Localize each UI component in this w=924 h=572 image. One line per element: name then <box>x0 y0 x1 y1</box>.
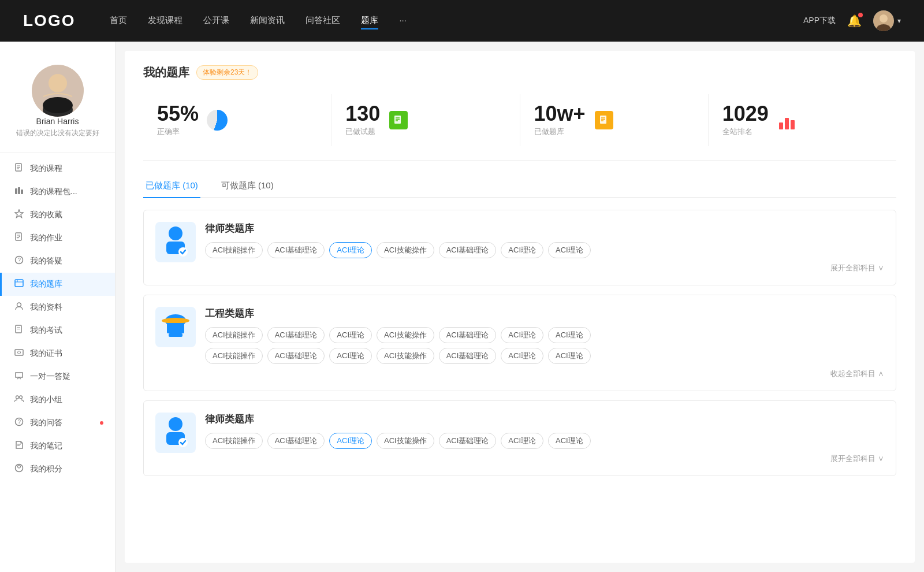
sidebar-item-quiz-bank[interactable]: 我的题库 <box>0 273 115 296</box>
tab-done-banks[interactable]: 已做题库 (10) <box>143 174 200 198</box>
sidebar-label-profile: 我的资料 <box>30 302 62 313</box>
bank-tag-1-3[interactable]: ACI技能操作 <box>377 242 434 258</box>
qa-dot-badge <box>100 421 103 425</box>
main-nav: 首页 发现课程 公开课 新闻资讯 问答社区 题库 ··· <box>110 13 803 29</box>
trial-badge: 体验剩余23天！ <box>196 65 258 80</box>
bank-info-1: 律师类题库 ACI技能操作 ACI基础理论 ACI理论 ACI技能操作 ACI基… <box>205 222 884 273</box>
exam-icon <box>14 325 24 336</box>
sidebar-item-profile[interactable]: 我的资料 <box>0 296 115 319</box>
sidebar-item-certificate[interactable]: 我的证书 <box>0 342 115 365</box>
bank-tag-2-0[interactable]: ACI技能操作 <box>205 327 263 343</box>
main-content: 我的题库 体验剩余23天！ 55% 正确率 130 已做试题 <box>125 51 915 563</box>
bank-tag-2-1[interactable]: ACI基础理论 <box>267 327 325 343</box>
sidebar-label-my-qa: 我的问答 <box>30 418 62 428</box>
bank-tag-1-5[interactable]: ACI理论 <box>501 242 543 258</box>
svg-rect-49 <box>167 323 184 333</box>
nav-discover[interactable]: 发现课程 <box>148 13 182 29</box>
bank-tag-1-6[interactable]: ACI理论 <box>548 242 591 258</box>
bank-tag-2-6[interactable]: ACI理论 <box>548 327 591 343</box>
svg-rect-12 <box>18 187 20 194</box>
bank-tag-2r-6[interactable]: ACI理论 <box>548 348 591 364</box>
bank-tag-3-6[interactable]: ACI理论 <box>548 433 591 449</box>
sidebar-item-my-qa[interactable]: ? 我的问答 <box>0 411 115 434</box>
expand-link-3[interactable]: 展开全部科目 ∨ <box>205 454 884 464</box>
bank-tag-1-4[interactable]: ACI基础理论 <box>439 242 497 258</box>
bank-tags-2-row2: ACI技能操作 ACI基础理论 ACI理论 ACI技能操作 ACI基础理论 AC… <box>205 348 884 364</box>
bank-tag-2r-2[interactable]: ACI理论 <box>329 348 372 364</box>
nav-open-course[interactable]: 公开课 <box>203 13 229 29</box>
bank-name-3: 律师类题库 <box>205 413 884 426</box>
bank-tag-3-5[interactable]: ACI理论 <box>501 433 543 449</box>
engineer-bank-icon <box>155 307 196 347</box>
bank-tag-2-2[interactable]: ACI理论 <box>329 327 372 343</box>
sidebar-item-course-pack[interactable]: 我的课程包... <box>0 180 115 203</box>
collapse-link-2[interactable]: 收起全部科目 ∧ <box>205 369 884 379</box>
sidebar-item-notes[interactable]: 我的笔记 <box>0 434 115 458</box>
bank-tag-2r-4[interactable]: ACI基础理论 <box>439 348 497 364</box>
sidebar-item-homework[interactable]: 我的作业 <box>0 226 115 250</box>
sidebar-label-certificate: 我的证书 <box>30 348 62 359</box>
certificate-icon <box>14 348 24 359</box>
bank-tag-3-3[interactable]: ACI技能操作 <box>377 433 434 449</box>
stat-banks-label: 已做题库 <box>534 127 586 137</box>
nav-home[interactable]: 首页 <box>110 13 127 29</box>
svg-point-6 <box>43 97 73 113</box>
stat-accuracy-text: 55% 正确率 <box>157 103 199 137</box>
nav-quiz[interactable]: 题库 <box>361 13 378 29</box>
bank-info-2: 工程类题库 ACI技能操作 ACI基础理论 ACI理论 ACI技能操作 ACI基… <box>205 307 884 379</box>
nav-qa[interactable]: 问答社区 <box>305 13 340 29</box>
svg-point-22 <box>17 303 21 307</box>
bank-tag-2-3[interactable]: ACI技能操作 <box>377 327 434 343</box>
bank-tag-2r-3[interactable]: ACI技能操作 <box>377 348 434 364</box>
sidebar-item-courses[interactable]: 我的课程 <box>0 157 115 180</box>
svg-rect-26 <box>15 350 23 355</box>
sidebar-item-tutoring[interactable]: 一对一答疑 <box>0 365 115 388</box>
user-motto: 错误的决定比没有决定要好 <box>16 128 99 138</box>
sidebar-item-favorites[interactable]: 我的收藏 <box>0 203 115 226</box>
sidebar-label-exam: 我的考试 <box>30 325 62 336</box>
bank-tag-2-4[interactable]: ACI基础理论 <box>439 327 497 343</box>
bank-tag-1-0[interactable]: ACI技能操作 <box>205 242 263 258</box>
bank-tag-2r-1[interactable]: ACI基础理论 <box>267 348 325 364</box>
stat-accuracy-label: 正确率 <box>157 127 199 137</box>
logo: LOGO <box>23 12 75 30</box>
bank-tag-2r-5[interactable]: ACI理论 <box>501 348 543 364</box>
sidebar-item-points[interactable]: 我的积分 <box>0 458 115 481</box>
accuracy-chart-icon <box>206 109 229 132</box>
svg-marker-14 <box>15 210 23 218</box>
stat-ranking-value: 1029 <box>722 103 769 124</box>
profile-icon <box>14 302 24 313</box>
app-download-button[interactable]: APP下载 <box>803 16 836 26</box>
bank-tag-3-4[interactable]: ACI基础理论 <box>439 433 497 449</box>
notification-button[interactable]: 🔔 <box>847 14 862 28</box>
svg-rect-11 <box>15 188 17 194</box>
notification-dot <box>858 13 863 17</box>
bank-tag-1-2[interactable]: ACI理论 <box>329 242 372 258</box>
sidebar-item-questions[interactable]: ? 我的答疑 <box>0 250 115 273</box>
yellow-doc-icon <box>593 109 616 132</box>
sidebar-item-exam[interactable]: 我的考试 <box>0 319 115 342</box>
stat-done-value: 130 <box>345 103 380 124</box>
svg-point-4 <box>49 74 67 92</box>
nav-more[interactable]: ··· <box>399 13 407 29</box>
bank-tag-1-1[interactable]: ACI基础理论 <box>267 242 325 258</box>
stat-banks-value: 10w+ <box>534 103 586 124</box>
quiz-bank-icon <box>14 278 24 290</box>
bank-tag-2r-0[interactable]: ACI技能操作 <box>205 348 263 364</box>
bank-tag-2-5[interactable]: ACI理论 <box>501 327 543 343</box>
svg-point-48 <box>162 318 189 324</box>
svg-rect-13 <box>21 190 23 194</box>
expand-link-1[interactable]: 展开全部科目 ∨ <box>205 263 884 273</box>
svg-rect-50 <box>169 333 182 337</box>
user-avatar-button[interactable]: ▾ <box>873 10 901 31</box>
header-right: APP下载 🔔 ▾ <box>803 10 901 31</box>
bank-tag-3-2[interactable]: ACI理论 <box>329 433 372 449</box>
tab-available-banks[interactable]: 可做题库 (10) <box>219 174 276 198</box>
sidebar-label-favorites: 我的收藏 <box>30 210 62 220</box>
question-icon: ? <box>14 255 24 267</box>
bank-tag-3-1[interactable]: ACI基础理论 <box>267 433 325 449</box>
nav-news[interactable]: 新闻资讯 <box>250 13 285 29</box>
sidebar-item-group[interactable]: 我的小组 <box>0 388 115 411</box>
sidebar-label-course-pack: 我的课程包... <box>30 187 77 197</box>
bank-tag-3-0[interactable]: ACI技能操作 <box>205 433 263 449</box>
